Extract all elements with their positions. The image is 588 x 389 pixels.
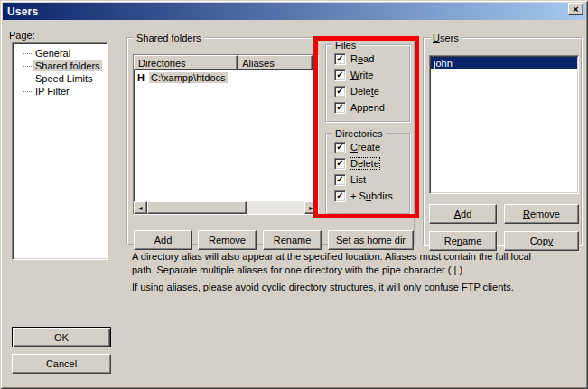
checkbox-read[interactable]: ✓ Read (334, 51, 409, 67)
create-checkbox-box[interactable]: ✓ (334, 142, 346, 153)
shared-folders-group-label: Shared folders (134, 32, 204, 43)
check-icon: ✓ (336, 143, 343, 152)
check-icon: ✓ (336, 191, 343, 200)
remove-user-button[interactable]: Remove (504, 204, 579, 224)
checkbox-create[interactable]: ✓ Create (334, 139, 409, 155)
close-icon: × (573, 5, 578, 14)
list-checkbox-box[interactable]: ✓ (334, 174, 346, 186)
checkbox-subdirs[interactable]: ✓ + Subdirs (334, 188, 409, 204)
checkbox-write[interactable]: ✓ Write (334, 67, 409, 83)
files-group: Files ✓ Read ✓ Write ✓ Delete ✓ Append (325, 40, 411, 123)
column-header-aliases[interactable]: Aliases (238, 55, 313, 70)
copy-user-button[interactable]: Copy (504, 231, 579, 251)
scroll-right-button[interactable]: ► (304, 201, 318, 214)
window-title: Users (7, 5, 38, 18)
users-group-label: Users (430, 32, 462, 43)
rename-folder-button[interactable]: Rename (263, 230, 322, 250)
delete-files-checkbox-box[interactable]: ✓ (334, 86, 346, 97)
horizontal-scrollbar[interactable]: ◄ ► (134, 201, 318, 214)
page-list[interactable]: General Shared folders Speed Limits IP F… (12, 42, 108, 260)
alias-help-line1: A directory alias will also appear at th… (132, 251, 531, 262)
users-list[interactable]: john (429, 55, 579, 194)
append-checkbox-box[interactable]: ✓ (334, 102, 346, 114)
home-flag: H (137, 72, 149, 83)
user-item-john[interactable]: john (431, 57, 577, 69)
check-icon: ✓ (336, 70, 343, 79)
checkbox-delete-dirs[interactable]: ✓ Delete (334, 155, 409, 171)
listview-header: Directories Aliases (134, 55, 318, 70)
alias-help-line2: path. Separate multiple aliases for one … (132, 264, 462, 275)
close-button[interactable]: × (568, 3, 583, 15)
users-group: Users john Add Remove Rename Copy (423, 32, 583, 246)
subdirs-checkbox-box[interactable]: ✓ (334, 190, 346, 202)
remove-folder-button[interactable]: Remove (198, 230, 257, 250)
cyclic-help-line: If using aliases, please avoid cyclic di… (132, 282, 514, 292)
delete-dirs-checkbox-box[interactable]: ✓ (334, 158, 346, 170)
checkbox-delete-files[interactable]: ✓ Delete (334, 83, 409, 99)
check-icon: ✓ (336, 103, 343, 112)
checkbox-append[interactable]: ✓ Append (334, 99, 409, 116)
check-icon: ✓ (336, 54, 343, 63)
rename-user-button[interactable]: Rename (429, 231, 497, 251)
scroll-right-icon: ► (308, 205, 314, 211)
check-icon: ✓ (336, 175, 343, 184)
page-label: Page: (9, 30, 35, 41)
scroll-left-button[interactable]: ◄ (134, 201, 147, 214)
users-dialog: Users × Page: General Shared folders Spe… (0, 0, 588, 389)
scroll-left-icon: ◄ (137, 205, 144, 211)
directory-cell: C:\xampp\htdocs (149, 72, 228, 83)
sidebar-item-general[interactable]: General (13, 47, 107, 60)
check-icon: ✓ (336, 87, 343, 96)
title-bar[interactable]: Users (3, 3, 585, 20)
sidebar-item-speed-limits[interactable]: Speed Limits (13, 72, 107, 85)
check-icon: ✓ (336, 159, 343, 168)
sidebar-item-ip-filter[interactable]: IP Filter (13, 85, 107, 97)
add-folder-button[interactable]: Add (134, 230, 192, 250)
directories-group-label: Directories (332, 128, 386, 139)
add-user-button[interactable]: Add (429, 204, 497, 224)
directories-group: Directories ✓ Create ✓ Delete ✓ List ✓ +… (325, 128, 411, 215)
column-header-filler (313, 55, 318, 70)
directories-listview[interactable]: Directories Aliases H C:\xampp\htdocs ◄ … (133, 54, 319, 215)
ok-button[interactable]: OK (12, 327, 111, 347)
files-group-label: Files (332, 40, 359, 51)
read-checkbox-box[interactable]: ✓ (334, 53, 346, 65)
write-checkbox-box[interactable]: ✓ (334, 69, 346, 81)
scroll-thumb[interactable] (147, 201, 247, 214)
directory-row[interactable]: H C:\xampp\htdocs (134, 70, 318, 84)
cancel-button[interactable]: Cancel (12, 354, 111, 374)
checkbox-list[interactable]: ✓ List (334, 171, 409, 188)
column-header-directories[interactable]: Directories (134, 55, 238, 70)
sidebar-item-shared-folders[interactable]: Shared folders (13, 60, 107, 72)
set-home-dir-button[interactable]: Set as home dir (328, 230, 414, 250)
